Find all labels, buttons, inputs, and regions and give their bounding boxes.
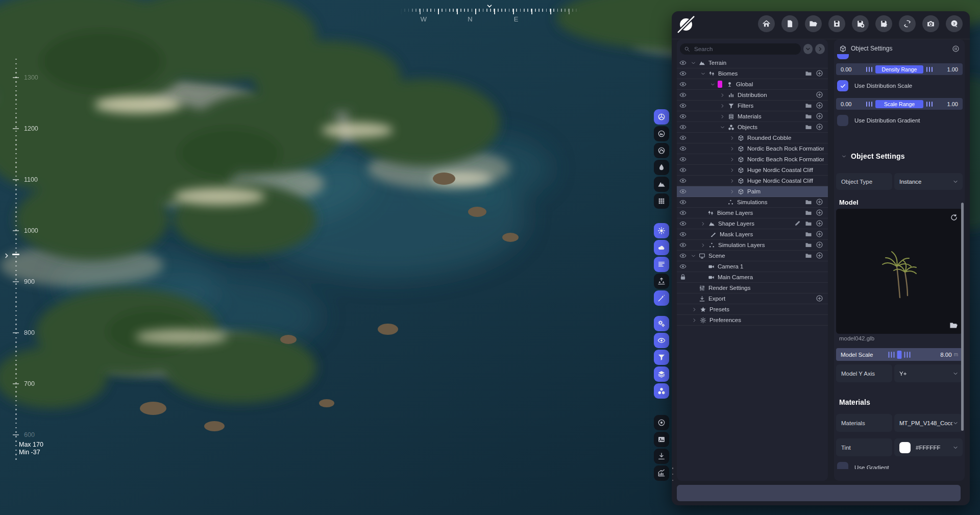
pencil-badge-button[interactable] [794,219,802,228]
collapse-all-button[interactable] [803,44,813,54]
tree-row-presets[interactable]: Presets [677,304,828,315]
scrolled-checkbox-partial[interactable] [837,54,849,59]
plus-badge-button[interactable] [816,295,824,303]
side-tool-cubes-button[interactable] [654,383,669,399]
search-input[interactable] [680,43,801,55]
tree-row-distribution[interactable]: Distribution [677,90,828,101]
eye-icon[interactable] [679,59,687,66]
refresh-icon[interactable] [950,213,958,222]
folder-badge-button[interactable] [805,112,813,120]
folder-badge-button[interactable] [805,69,813,78]
eye-icon[interactable] [679,134,687,141]
lock-icon[interactable] [679,274,687,281]
plus-badge-button[interactable] [816,91,824,99]
tree-row-biome-layers[interactable]: Biome Layers [677,208,828,218]
side-tool-magic-wand-button[interactable] [654,290,669,306]
chevron-right-icon[interactable] [729,167,735,173]
tree-row-global[interactable]: Global [677,79,828,90]
tree-row-shape-layers[interactable]: Shape Layers [677,218,828,229]
open-folder-icon[interactable] [949,321,958,330]
search-field[interactable] [693,45,797,53]
help-button[interactable]: ? [946,15,963,32]
tree-row-camera-1[interactable]: Camera 1 [677,261,828,272]
plus-badge-button[interactable] [816,102,824,110]
sync-button[interactable] [899,15,916,32]
use-gradient-checkbox[interactable]: Use Gradient [837,462,960,469]
tree-row-filters[interactable]: Filters [677,101,828,111]
side-tool-vegetation-button[interactable] [654,274,669,289]
model-y-axis-dropdown[interactable]: Y+ [894,364,963,382]
folder-badge-button[interactable] [805,102,813,110]
model-preview[interactable] [836,209,963,334]
save-button[interactable] [828,15,845,32]
new-file-button[interactable] [781,15,798,32]
chevron-right-icon[interactable] [720,103,725,109]
tree-row-simulation-layers[interactable]: Simulation Layers [677,240,828,251]
scale-range-slider[interactable]: 0.00 Scale Range 1.00 [836,98,963,110]
chevron-down-icon[interactable] [700,71,706,77]
side-tool-circle-peak-button[interactable] [654,143,669,158]
side-tool-download-button[interactable] [654,449,669,464]
tree-row-export[interactable]: Export [677,293,828,304]
plus-badge-button[interactable] [816,112,824,120]
folder-badge-button[interactable] [805,241,813,249]
eye-icon[interactable] [679,70,687,77]
plus-badge-button[interactable] [816,230,824,238]
chevron-right-icon[interactable] [729,146,735,152]
tint-dropdown[interactable]: #FFFFFF [894,438,963,456]
side-tool-grid-button[interactable] [654,193,669,209]
tree-row-nordic-beach-rock-formation[interactable]: Nordic Beach Rock Formation [677,154,828,165]
chevron-right-icon[interactable] [700,242,706,248]
tint-color-swatch[interactable] [899,442,911,453]
model-scale-slider[interactable]: Model Scale 8.00 m [836,348,963,361]
eye-icon[interactable] [679,81,687,88]
folder-badge-button[interactable] [805,198,813,206]
tree-row-mask-layers[interactable]: Mask Layers [677,229,828,240]
chevron-down-icon[interactable] [691,60,696,66]
eye-icon[interactable] [679,199,687,206]
chevron-down-icon[interactable] [691,253,696,259]
side-tool-water-drop-button[interactable] [654,160,669,175]
panel-options-button[interactable] [952,45,960,53]
chevron-right-icon[interactable] [700,221,706,227]
eye-icon[interactable] [679,263,687,270]
home-button[interactable] [758,15,775,32]
tree-row-rounded-cobble[interactable]: Rounded Cobble [677,133,828,143]
chevron-down-icon[interactable] [710,82,716,87]
materials-dropdown[interactable]: MT_PM_V148_Coco [894,414,963,432]
folder-badge-button[interactable] [805,230,813,238]
use-distribution-scale-checkbox[interactable]: Use Distribution Scale [837,80,960,91]
eye-icon[interactable] [679,113,687,120]
tree-row-render-settings[interactable]: Render Settings [677,283,828,293]
eye-icon[interactable] [679,102,687,109]
eye-icon[interactable] [679,166,687,174]
tree-row-simulations[interactable]: Simulations [677,197,828,208]
eye-icon[interactable] [679,188,687,195]
tree-row-nordic-beach-rock-formation[interactable]: Nordic Beach Rock Formation [677,143,828,154]
tree-row-scene[interactable]: Scene [677,251,828,261]
folder-badge-button[interactable] [805,209,813,217]
side-tool-image-button[interactable] [654,432,669,447]
side-tool-record-button[interactable] [654,415,669,430]
open-folder-button[interactable] [805,15,822,32]
tree-row-huge-nordic-coastal-cliff[interactable]: Huge Nordic Coastal Cliff [677,165,828,176]
use-distribution-gradient-checkbox[interactable]: Use Distribution Gradient [837,115,960,126]
tree-row-preferences[interactable]: Preferences [677,315,828,326]
tree-row-materials[interactable]: Materials [677,111,828,122]
side-tool-circle-mountain-button[interactable] [654,126,669,141]
compass[interactable]: WNE [393,0,587,26]
folder-badge-button[interactable] [805,252,813,260]
eye-icon[interactable] [679,209,687,216]
save-edit-button[interactable] [875,15,892,32]
eye-icon[interactable] [679,241,687,249]
side-tool-gears-button[interactable] [654,316,669,331]
side-tool-filter-button[interactable] [654,350,669,365]
chevron-right-icon[interactable] [729,135,735,141]
app-logo-icon[interactable] [676,13,697,35]
object-settings-section-header[interactable]: Object Settings [837,152,960,161]
plus-badge-button[interactable] [816,198,824,206]
plus-badge-button[interactable] [816,241,824,249]
chevron-right-icon[interactable] [729,178,735,184]
side-tool-text-rows-button[interactable] [654,257,669,272]
left-panel-expand-chevron-icon[interactable] [3,252,10,259]
